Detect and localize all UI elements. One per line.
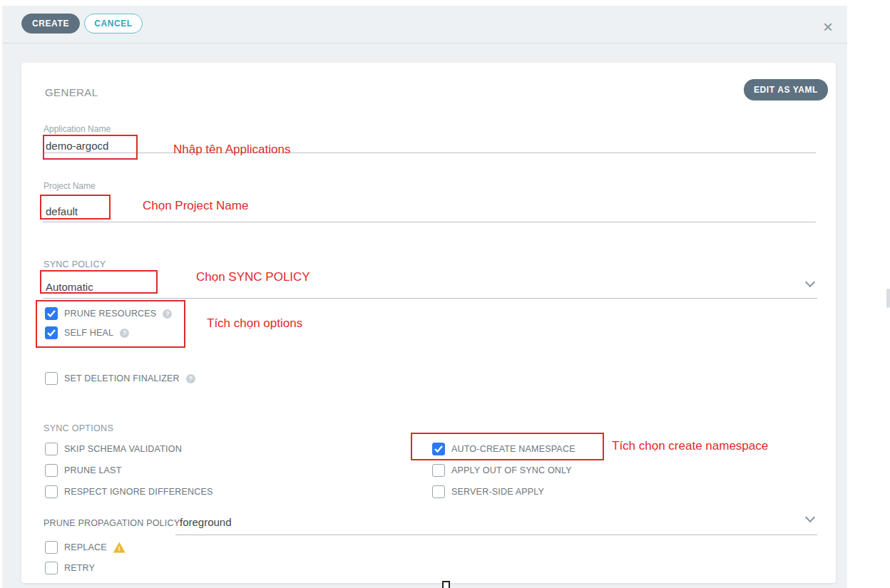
- apply-out-of-sync-only-row: APPLY OUT OF SYNC ONLY: [432, 464, 572, 477]
- toolbar: CREATE CANCEL ×: [2, 6, 847, 43]
- scrollbar-thumb[interactable]: [886, 289, 890, 308]
- set-deletion-finalizer-label: SET DELETION FINALIZER: [64, 373, 180, 383]
- skip-schema-validation-row: SKIP SCHEMA VALIDATION: [45, 443, 182, 455]
- skip-schema-validation-label: SKIP SCHEMA VALIDATION: [64, 444, 182, 454]
- set-deletion-finalizer-row: SET DELETION FINALIZER ?: [45, 372, 195, 385]
- retry-label: RETRY: [64, 563, 95, 573]
- help-icon[interactable]: ?: [186, 374, 195, 383]
- cancel-button[interactable]: CANCEL: [84, 14, 143, 33]
- respect-ignore-differences-label: RESPECT IGNORE DIFFERENCES: [64, 487, 213, 497]
- server-side-apply-label: SERVER-SIDE APPLY: [451, 487, 544, 497]
- self-heal-row: SELF HEAL ?: [45, 326, 129, 339]
- application-form-card: GENERAL EDIT AS YAML Application Name de…: [21, 63, 836, 583]
- auto-create-namespace-label: AUTO-CREATE NAMESPACE: [451, 444, 576, 454]
- application-name-label: Application Name: [44, 124, 111, 134]
- prune-resources-row: PRUNE RESOURCES ?: [45, 307, 172, 320]
- application-name-input[interactable]: demo-argocd: [46, 140, 108, 152]
- edit-as-yaml-button[interactable]: EDIT AS YAML: [744, 79, 828, 100]
- project-name-label: Project Name: [44, 181, 96, 191]
- annotation-sync-policy: Chọn SYNC POLICY: [196, 270, 310, 284]
- sync-options-title: SYNC OPTIONS: [44, 423, 113, 433]
- prune-propagation-policy-label: PRUNE PROPAGATION POLICY:: [44, 518, 182, 528]
- retry-checkbox[interactable]: [45, 562, 58, 574]
- project-name-input[interactable]: default: [46, 205, 78, 217]
- annotation-namespace: Tích chọn create namespace: [612, 439, 768, 453]
- set-deletion-finalizer-checkbox[interactable]: [45, 372, 58, 385]
- auto-create-namespace-row: AUTO-CREATE NAMESPACE: [432, 443, 576, 455]
- annotation-application-name: Nhập tên Applications: [173, 143, 290, 157]
- section-title-general: GENERAL: [45, 86, 98, 98]
- warning-icon: !: [113, 542, 126, 553]
- respect-ignore-differences-checkbox[interactable]: [45, 485, 58, 498]
- prune-propagation-underline: [175, 535, 817, 535]
- prune-resources-label: PRUNE RESOURCES: [64, 309, 156, 319]
- self-heal-checkbox[interactable]: [45, 326, 58, 339]
- apply-out-of-sync-only-checkbox[interactable]: [432, 464, 445, 477]
- prune-resources-checkbox[interactable]: [45, 307, 58, 320]
- prune-last-label: PRUNE LAST: [64, 465, 122, 475]
- auto-create-namespace-checkbox[interactable]: [432, 443, 445, 455]
- chevron-down-icon[interactable]: [805, 512, 815, 522]
- page: CREATE CANCEL × GENERAL EDIT AS YAML App…: [0, 0, 890, 588]
- close-icon[interactable]: ×: [823, 19, 833, 36]
- retry-row: RETRY: [45, 562, 95, 574]
- server-side-apply-checkbox[interactable]: [432, 485, 445, 498]
- help-icon[interactable]: ?: [120, 329, 129, 338]
- skip-schema-validation-checkbox[interactable]: [45, 443, 58, 455]
- help-icon[interactable]: ?: [163, 309, 172, 319]
- prune-propagation-policy-select[interactable]: foreground: [180, 516, 232, 528]
- replace-row: REPLACE !: [45, 541, 126, 554]
- self-heal-label: SELF HEAL: [64, 328, 113, 338]
- server-side-apply-row: SERVER-SIDE APPLY: [432, 485, 544, 498]
- replace-checkbox[interactable]: [45, 541, 58, 554]
- prune-last-row: PRUNE LAST: [45, 464, 122, 477]
- sync-policy-label: SYNC POLICY: [44, 259, 106, 269]
- annotation-project-name: Chọn Project Name: [143, 199, 248, 213]
- annotation-options: Tích chọn options: [207, 316, 302, 331]
- apply-out-of-sync-only-label: APPLY OUT OF SYNC ONLY: [451, 465, 572, 475]
- project-name-underline: [43, 222, 816, 222]
- respect-ignore-differences-row: RESPECT IGNORE DIFFERENCES: [45, 485, 213, 498]
- chevron-down-icon[interactable]: [805, 277, 815, 287]
- sync-policy-select[interactable]: Automatic: [46, 281, 93, 293]
- create-button[interactable]: CREATE: [21, 14, 80, 33]
- replace-label: REPLACE: [64, 542, 107, 552]
- sync-policy-underline: [43, 298, 817, 299]
- app-background: CREATE CANCEL × GENERAL EDIT AS YAML App…: [2, 6, 847, 588]
- application-name-underline: [43, 153, 816, 153]
- prune-last-checkbox[interactable]: [45, 464, 58, 477]
- text-cursor-artifact: [442, 581, 450, 588]
